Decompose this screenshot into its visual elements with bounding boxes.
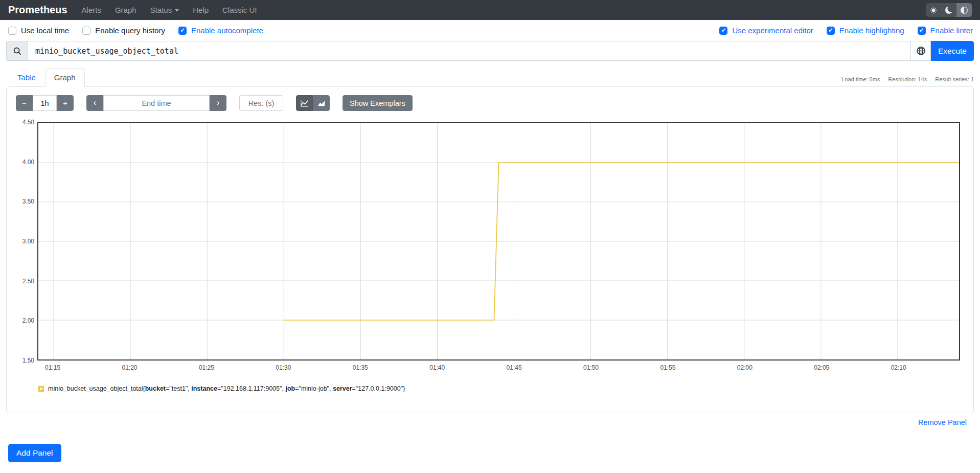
- legend-series-label: minio_bucket_usage_object_total{bucket="…: [48, 385, 405, 392]
- y-tick-label: 1.50: [22, 357, 34, 364]
- use-local-time-checkbox[interactable]: [8, 27, 16, 35]
- y-tick-label: 2.00: [22, 317, 34, 324]
- range-control-group: − +: [16, 95, 74, 111]
- settings-row: Use local time Enable query history Enab…: [0, 20, 980, 40]
- settings-right: Use experimental editor Enable highlight…: [719, 26, 973, 35]
- x-tick-label: 01:35: [353, 364, 368, 371]
- increase-range-button[interactable]: +: [57, 95, 74, 111]
- light-theme-sun-icon[interactable]: [926, 3, 941, 17]
- x-tick-label: 01:20: [122, 364, 137, 371]
- chart: 1.502.002.503.003.504.004.50 01:1501:200…: [14, 122, 960, 374]
- use-experimental-editor-option[interactable]: Use experimental editor: [719, 26, 813, 35]
- stacked-chart-icon[interactable]: [313, 95, 330, 111]
- decrease-range-button[interactable]: −: [16, 95, 33, 111]
- x-tick-label: 01:15: [45, 364, 60, 371]
- tab-graph[interactable]: Graph: [45, 68, 85, 87]
- settings-left: Use local time Enable query history Enab…: [8, 26, 263, 35]
- stat-load-time: Load time: 5ms: [841, 76, 880, 82]
- x-tick-label: 01:40: [429, 364, 445, 371]
- show-exemplars-button[interactable]: Show Exemplars: [343, 95, 413, 111]
- resolution-input[interactable]: [239, 95, 283, 111]
- graph-panel: − + ‹ › Show Exemplars 1.502.002.503.003…: [6, 86, 974, 413]
- query-row: Execute: [0, 40, 980, 61]
- nav-links: Alerts Graph Status Help Classic UI: [82, 6, 926, 14]
- line-chart-icon[interactable]: [296, 95, 313, 111]
- nav-item-status[interactable]: Status: [150, 6, 179, 14]
- range-input[interactable]: [33, 95, 57, 111]
- x-tick-label: 01:30: [276, 364, 291, 371]
- chevron-right-icon[interactable]: ›: [210, 95, 226, 111]
- enable-autocomplete-checkbox[interactable]: [178, 27, 187, 35]
- enable-autocomplete-label: Enable autocomplete: [191, 26, 263, 35]
- use-experimental-editor-checkbox[interactable]: [719, 27, 727, 35]
- dark-theme-moon-icon[interactable]: [941, 3, 956, 17]
- y-tick-label: 4.50: [22, 119, 34, 126]
- auto-theme-contrast-icon[interactable]: [956, 3, 972, 17]
- enable-linter-checkbox[interactable]: [918, 27, 926, 35]
- metrics-explorer-globe-icon[interactable]: [910, 41, 931, 61]
- enable-highlighting-label: Enable highlighting: [839, 26, 904, 35]
- enable-query-history-option[interactable]: Enable query history: [82, 26, 165, 35]
- end-time-control-group: ‹ ›: [86, 95, 226, 111]
- y-tick-label: 2.50: [22, 278, 34, 285]
- enable-query-history-label: Enable query history: [95, 26, 165, 35]
- panel-footer: Remove Panel: [0, 418, 967, 426]
- tab-table[interactable]: Table: [8, 68, 45, 87]
- tabs-row: Table Graph Load time: 5ms Resolution: 1…: [6, 68, 974, 86]
- x-tick-label: 02:00: [737, 364, 753, 371]
- add-panel-button[interactable]: Add Panel: [8, 444, 61, 462]
- query-input-group: Execute: [6, 41, 974, 61]
- y-tick-label: 4.00: [22, 159, 34, 166]
- enable-highlighting-checkbox[interactable]: [827, 27, 835, 35]
- series-line: [38, 123, 959, 359]
- result-tabs: Table Graph: [6, 68, 85, 86]
- chart-type-group: [296, 95, 330, 111]
- search-icon: [6, 41, 28, 61]
- enable-highlighting-option[interactable]: Enable highlighting: [827, 26, 904, 35]
- use-local-time-option[interactable]: Use local time: [8, 26, 69, 35]
- caret-down-icon: [175, 9, 179, 12]
- use-local-time-label: Use local time: [21, 26, 69, 35]
- y-tick-label: 3.50: [22, 198, 34, 205]
- remove-panel-link[interactable]: Remove Panel: [918, 418, 967, 426]
- theme-toggle-group: [926, 3, 972, 17]
- series-color-swatch: [38, 386, 44, 392]
- y-tick-label: 3.00: [22, 238, 34, 245]
- nav-item-classic-ui[interactable]: Classic UI: [222, 6, 257, 14]
- chevron-left-icon[interactable]: ‹: [86, 95, 103, 111]
- enable-autocomplete-option[interactable]: Enable autocomplete: [178, 26, 263, 35]
- x-tick-label: 02:05: [814, 364, 829, 371]
- enable-linter-label: Enable linter: [930, 26, 973, 35]
- query-stats: Load time: 5ms Resolution: 14s Result se…: [841, 76, 974, 86]
- enable-linter-option[interactable]: Enable linter: [918, 26, 973, 35]
- navbar: Prometheus Alerts Graph Status Help Clas…: [0, 0, 980, 20]
- nav-item-alerts[interactable]: Alerts: [82, 6, 101, 14]
- query-expression-input[interactable]: [28, 41, 910, 61]
- plot-area[interactable]: [37, 122, 960, 361]
- nav-item-graph[interactable]: Graph: [115, 6, 136, 14]
- x-tick-label: 01:50: [583, 364, 599, 371]
- x-tick-label: 01:55: [660, 364, 675, 371]
- x-tick-label: 01:45: [507, 364, 522, 371]
- stat-resolution: Resolution: 14s: [888, 76, 927, 82]
- graph-toolbar: − + ‹ › Show Exemplars: [16, 95, 966, 111]
- brand-prometheus[interactable]: Prometheus: [8, 4, 67, 16]
- x-tick-label: 02:10: [891, 364, 906, 371]
- stat-result-series: Result series: 1: [935, 76, 974, 82]
- execute-button[interactable]: Execute: [931, 41, 974, 61]
- x-axis-labels: 01:1501:2001:2501:3001:3501:4001:4501:50…: [37, 361, 960, 374]
- x-tick-label: 01:25: [199, 364, 214, 371]
- enable-query-history-checkbox[interactable]: [82, 27, 90, 35]
- legend: minio_bucket_usage_object_total{bucket="…: [38, 385, 966, 392]
- y-axis-labels: 1.502.002.503.003.504.004.50: [14, 122, 37, 361]
- use-experimental-editor-label: Use experimental editor: [732, 26, 813, 35]
- end-time-input[interactable]: [103, 95, 210, 111]
- nav-item-help[interactable]: Help: [193, 6, 209, 14]
